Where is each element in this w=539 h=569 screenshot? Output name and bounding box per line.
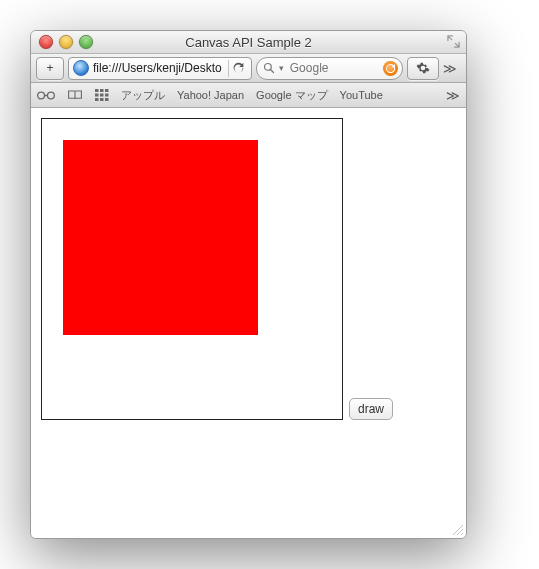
- svg-point-2: [38, 92, 45, 99]
- window-title: Canvas API Sample 2: [31, 35, 466, 50]
- svg-rect-12: [105, 98, 109, 101]
- chevron-down-icon: ▾: [279, 63, 284, 73]
- address-bar[interactable]: file:///Users/kenji/Deskto: [68, 57, 252, 80]
- svg-rect-5: [100, 89, 104, 92]
- reading-list-icon[interactable]: [37, 90, 55, 101]
- bookmark-link[interactable]: Yahoo! Japan: [177, 89, 244, 101]
- minimize-icon[interactable]: [59, 35, 73, 49]
- bookmark-link[interactable]: アップル: [121, 88, 165, 103]
- page-content: draw: [31, 108, 466, 538]
- svg-rect-6: [105, 89, 109, 92]
- svg-point-3: [47, 92, 54, 99]
- search-icon: [263, 62, 275, 74]
- plus-icon: +: [46, 61, 53, 75]
- svg-rect-10: [95, 98, 99, 101]
- svg-rect-11: [100, 98, 104, 101]
- toolbar: + file:///Users/kenji/Deskto ▾ ≫: [31, 54, 466, 83]
- url-text: file:///Users/kenji/Deskto: [93, 61, 224, 75]
- topsites-icon[interactable]: [95, 89, 109, 101]
- window-controls: [31, 35, 93, 49]
- new-tab-button[interactable]: +: [36, 57, 64, 80]
- svg-line-1: [270, 70, 273, 73]
- reload-button[interactable]: [228, 60, 249, 77]
- fullscreen-icon[interactable]: [447, 35, 460, 48]
- red-square: [63, 140, 258, 335]
- site-icon: [73, 60, 89, 76]
- titlebar: Canvas API Sample 2: [31, 31, 466, 54]
- gear-icon: [416, 61, 430, 75]
- search-provider-icon[interactable]: [383, 61, 398, 76]
- svg-rect-9: [105, 94, 109, 97]
- bookmarks-icon[interactable]: [67, 89, 83, 101]
- zoom-icon[interactable]: [79, 35, 93, 49]
- toolbar-overflow-icon[interactable]: ≫: [443, 61, 461, 76]
- browser-window: Canvas API Sample 2 + file:///Users/kenj…: [30, 30, 467, 539]
- draw-button[interactable]: draw: [349, 398, 393, 420]
- search-input[interactable]: [288, 60, 379, 76]
- svg-line-15: [461, 533, 463, 535]
- bookmark-link[interactable]: YouTube: [340, 89, 383, 101]
- resize-grip-icon[interactable]: [451, 523, 463, 535]
- svg-rect-8: [100, 94, 104, 97]
- bookmark-link[interactable]: Google マップ: [256, 88, 328, 103]
- svg-rect-7: [95, 94, 99, 97]
- close-icon[interactable]: [39, 35, 53, 49]
- bookmarks-bar: アップル Yahoo! Japan Google マップ YouTube ≫: [31, 83, 466, 108]
- bookmarks-overflow-icon[interactable]: ≫: [446, 88, 460, 103]
- svg-rect-4: [95, 89, 99, 92]
- draw-button-label: draw: [358, 402, 384, 416]
- canvas-element: [41, 118, 343, 420]
- search-field[interactable]: ▾: [256, 57, 403, 80]
- settings-button[interactable]: [407, 57, 439, 80]
